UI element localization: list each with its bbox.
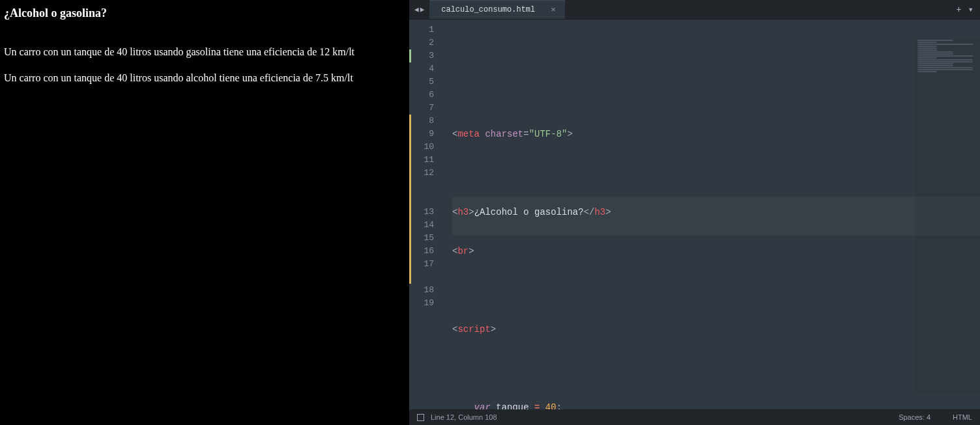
line-number [409,193,434,206]
preview-line-alcohol: Un carro con un tanque de 40 litros usan… [4,72,405,84]
line-number: 4 [409,62,434,75]
tab-active[interactable]: calculo_consumo.html × [429,0,565,19]
gutter-marker-modified [409,115,411,284]
line-number: 16 [409,245,434,258]
preview-line-gasolina: Un carro con un tanque de 40 litros usan… [4,46,405,58]
code-text[interactable]: <meta charset="UTF-8"> <h3>¿Alcohol o ga… [439,20,980,409]
close-icon[interactable]: × [551,5,556,15]
line-number: 5 [409,75,434,89]
line-number: 11 [409,154,434,167]
preview-heading: ¿Alcohol o gasolina? [4,7,405,20]
panel-toggle-icon[interactable] [417,414,424,421]
line-number: 17 [409,258,434,271]
new-tab-icon[interactable]: + [956,5,961,15]
line-number: 15 [409,232,434,245]
status-indent[interactable]: Spaces: 4 [899,413,930,421]
line-number: 2 [409,36,434,49]
line-number: 12 [409,167,434,180]
tab-filename: calculo_consumo.html [441,5,535,14]
tab-bar: ◀ ▶ calculo_consumo.html × + ▾ [409,0,980,20]
line-number: 6 [409,89,434,102]
code-editor-pane: ◀ ▶ calculo_consumo.html × + ▾ 1 2 3 4 5 [409,0,980,425]
browser-preview-pane: ¿Alcohol o gasolina? Un carro con un tan… [0,0,409,425]
line-number: 3 [409,49,434,62]
nav-back-icon[interactable]: ◀ [414,5,419,14]
nav-forward-icon[interactable]: ▶ [420,5,425,14]
line-number: 19 [409,297,434,310]
code-area[interactable]: 1 2 3 4 5 6 7 8 9 10 11 12 13 14 15 16 1… [409,20,980,409]
line-number [409,180,434,193]
line-number: 7 [409,102,434,115]
status-cursor-position[interactable]: Line 12, Column 108 [431,413,497,421]
gutter-marker-added [409,49,411,62]
status-bar: Line 12, Column 108 Spaces: 4 HTML [409,409,980,425]
app-root: ¿Alcohol o gasolina? Un carro con un tan… [0,0,980,425]
line-number: 8 [409,115,434,128]
line-number [409,271,434,284]
tab-bar-actions: + ▾ [956,0,980,19]
line-number: 13 [409,206,434,219]
line-number-gutter: 1 2 3 4 5 6 7 8 9 10 11 12 13 14 15 16 1… [409,20,439,409]
status-syntax[interactable]: HTML [953,413,972,421]
tab-menu-icon[interactable]: ▾ [968,4,973,15]
line-number: 18 [409,284,434,297]
line-number: 1 [409,23,434,36]
line-number: 9 [409,128,434,141]
tab-history-nav: ◀ ▶ [409,0,429,19]
line-number: 14 [409,219,434,232]
line-number: 10 [409,141,434,154]
